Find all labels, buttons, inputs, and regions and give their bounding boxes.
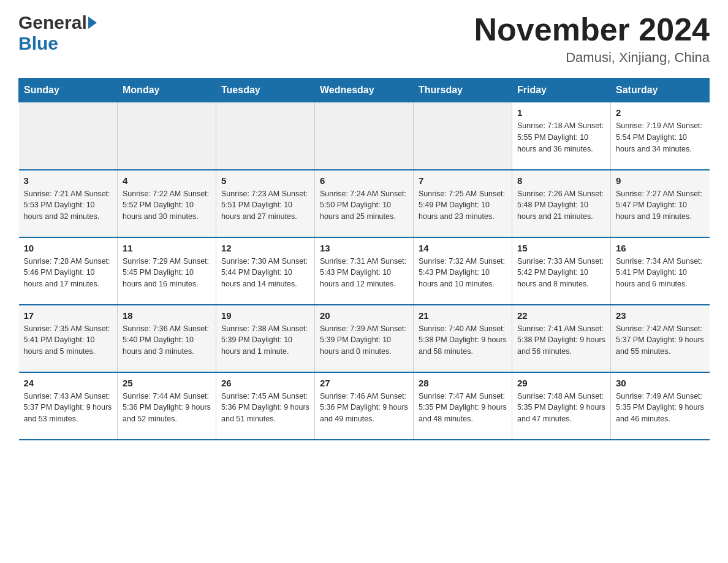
calendar-cell: 14Sunrise: 7:32 AM Sunset: 5:43 PM Dayli… <box>414 237 512 305</box>
weekday-header-sunday: Sunday <box>19 79 118 102</box>
day-info: Sunrise: 7:26 AM Sunset: 5:48 PM Dayligh… <box>517 188 605 223</box>
day-info: Sunrise: 7:28 AM Sunset: 5:46 PM Dayligh… <box>24 256 113 290</box>
day-info: Sunrise: 7:31 AM Sunset: 5:43 PM Dayligh… <box>320 256 408 290</box>
day-number: 5 <box>221 175 309 186</box>
weekday-header-row: SundayMondayTuesdayWednesdayThursdayFrid… <box>19 79 710 102</box>
day-number: 25 <box>123 378 211 388</box>
day-number: 10 <box>24 243 113 253</box>
month-title: November 2024 <box>474 12 710 47</box>
day-info: Sunrise: 7:49 AM Sunset: 5:35 PM Dayligh… <box>616 391 705 425</box>
calendar-cell <box>19 102 118 170</box>
calendar-cell: 10Sunrise: 7:28 AM Sunset: 5:46 PM Dayli… <box>19 237 118 305</box>
calendar-cell: 22Sunrise: 7:41 AM Sunset: 5:38 PM Dayli… <box>512 305 611 372</box>
day-number: 3 <box>24 175 113 186</box>
day-number: 17 <box>24 310 113 321</box>
calendar-cell: 2Sunrise: 7:19 AM Sunset: 5:54 PM Daylig… <box>611 102 710 170</box>
calendar-cell: 12Sunrise: 7:30 AM Sunset: 5:44 PM Dayli… <box>216 237 315 305</box>
day-number: 27 <box>320 378 408 388</box>
calendar-cell: 4Sunrise: 7:22 AM Sunset: 5:52 PM Daylig… <box>118 170 216 237</box>
calendar-cell <box>216 102 315 170</box>
day-info: Sunrise: 7:40 AM Sunset: 5:38 PM Dayligh… <box>419 323 507 358</box>
calendar-cell: 27Sunrise: 7:46 AM Sunset: 5:36 PM Dayli… <box>315 372 414 440</box>
calendar-cell: 1Sunrise: 7:18 AM Sunset: 5:55 PM Daylig… <box>512 102 611 170</box>
day-info: Sunrise: 7:21 AM Sunset: 5:53 PM Dayligh… <box>24 188 113 223</box>
calendar-cell: 25Sunrise: 7:44 AM Sunset: 5:36 PM Dayli… <box>118 372 216 440</box>
calendar-cell: 30Sunrise: 7:49 AM Sunset: 5:35 PM Dayli… <box>611 372 710 440</box>
calendar-cell: 15Sunrise: 7:33 AM Sunset: 5:42 PM Dayli… <box>512 237 611 305</box>
day-number: 16 <box>616 243 705 253</box>
day-info: Sunrise: 7:42 AM Sunset: 5:37 PM Dayligh… <box>616 323 705 358</box>
day-number: 8 <box>517 175 605 186</box>
day-number: 30 <box>616 378 705 388</box>
day-info: Sunrise: 7:19 AM Sunset: 5:54 PM Dayligh… <box>616 120 705 155</box>
day-number: 2 <box>616 107 705 118</box>
weekday-header-tuesday: Tuesday <box>216 79 315 102</box>
day-number: 9 <box>616 175 705 186</box>
day-info: Sunrise: 7:29 AM Sunset: 5:45 PM Dayligh… <box>123 256 211 290</box>
calendar-cell <box>315 102 414 170</box>
day-number: 18 <box>123 310 211 321</box>
day-number: 11 <box>123 243 211 253</box>
day-number: 19 <box>221 310 309 321</box>
day-info: Sunrise: 7:46 AM Sunset: 5:36 PM Dayligh… <box>320 391 408 425</box>
logo-blue-text: Blue <box>18 33 58 54</box>
day-number: 1 <box>517 107 605 118</box>
weekday-header-monday: Monday <box>118 79 216 102</box>
day-info: Sunrise: 7:35 AM Sunset: 5:41 PM Dayligh… <box>24 323 113 358</box>
calendar-cell: 20Sunrise: 7:39 AM Sunset: 5:39 PM Dayli… <box>315 305 414 372</box>
calendar-cell: 3Sunrise: 7:21 AM Sunset: 5:53 PM Daylig… <box>19 170 118 237</box>
day-number: 4 <box>123 175 211 186</box>
day-number: 22 <box>517 310 605 321</box>
day-info: Sunrise: 7:25 AM Sunset: 5:49 PM Dayligh… <box>419 188 507 223</box>
calendar-cell: 26Sunrise: 7:45 AM Sunset: 5:36 PM Dayli… <box>216 372 315 440</box>
calendar-cell: 5Sunrise: 7:23 AM Sunset: 5:51 PM Daylig… <box>216 170 315 237</box>
day-number: 14 <box>419 243 507 253</box>
weekday-header-friday: Friday <box>512 79 611 102</box>
weekday-header-thursday: Thursday <box>414 79 512 102</box>
calendar-table: SundayMondayTuesdayWednesdayThursdayFrid… <box>18 78 710 440</box>
title-area: November 2024 Damusi, Xinjiang, China <box>474 12 710 66</box>
day-info: Sunrise: 7:24 AM Sunset: 5:50 PM Dayligh… <box>320 188 408 223</box>
calendar-cell: 23Sunrise: 7:42 AM Sunset: 5:37 PM Dayli… <box>611 305 710 372</box>
day-info: Sunrise: 7:39 AM Sunset: 5:39 PM Dayligh… <box>320 323 408 358</box>
calendar-cell: 11Sunrise: 7:29 AM Sunset: 5:45 PM Dayli… <box>118 237 216 305</box>
calendar-cell: 13Sunrise: 7:31 AM Sunset: 5:43 PM Dayli… <box>315 237 414 305</box>
calendar-cell <box>118 102 216 170</box>
week-row-4: 17Sunrise: 7:35 AM Sunset: 5:41 PM Dayli… <box>19 305 710 372</box>
calendar-cell: 16Sunrise: 7:34 AM Sunset: 5:41 PM Dayli… <box>611 237 710 305</box>
calendar-cell: 7Sunrise: 7:25 AM Sunset: 5:49 PM Daylig… <box>414 170 512 237</box>
calendar-cell: 21Sunrise: 7:40 AM Sunset: 5:38 PM Dayli… <box>414 305 512 372</box>
logo-general-text: General <box>18 12 87 33</box>
day-info: Sunrise: 7:22 AM Sunset: 5:52 PM Dayligh… <box>123 188 211 223</box>
day-info: Sunrise: 7:27 AM Sunset: 5:47 PM Dayligh… <box>616 188 705 223</box>
week-row-2: 3Sunrise: 7:21 AM Sunset: 5:53 PM Daylig… <box>19 170 710 237</box>
logo-arrow-icon <box>88 17 97 29</box>
day-info: Sunrise: 7:34 AM Sunset: 5:41 PM Dayligh… <box>616 256 705 290</box>
day-number: 13 <box>320 243 408 253</box>
day-info: Sunrise: 7:32 AM Sunset: 5:43 PM Dayligh… <box>419 256 507 290</box>
page-header: General Blue November 2024 Damusi, Xinji… <box>18 12 710 66</box>
calendar-cell: 24Sunrise: 7:43 AM Sunset: 5:37 PM Dayli… <box>19 372 118 440</box>
calendar-cell <box>414 102 512 170</box>
day-number: 29 <box>517 378 605 388</box>
day-info: Sunrise: 7:33 AM Sunset: 5:42 PM Dayligh… <box>517 256 605 290</box>
day-number: 21 <box>419 310 507 321</box>
day-info: Sunrise: 7:30 AM Sunset: 5:44 PM Dayligh… <box>221 256 309 290</box>
calendar-cell: 29Sunrise: 7:48 AM Sunset: 5:35 PM Dayli… <box>512 372 611 440</box>
calendar-cell: 19Sunrise: 7:38 AM Sunset: 5:39 PM Dayli… <box>216 305 315 372</box>
day-number: 26 <box>221 378 309 388</box>
week-row-3: 10Sunrise: 7:28 AM Sunset: 5:46 PM Dayli… <box>19 237 710 305</box>
day-info: Sunrise: 7:23 AM Sunset: 5:51 PM Dayligh… <box>221 188 309 223</box>
day-info: Sunrise: 7:48 AM Sunset: 5:35 PM Dayligh… <box>517 391 605 425</box>
day-number: 20 <box>320 310 408 321</box>
day-info: Sunrise: 7:45 AM Sunset: 5:36 PM Dayligh… <box>221 391 309 425</box>
calendar-cell: 18Sunrise: 7:36 AM Sunset: 5:40 PM Dayli… <box>118 305 216 372</box>
weekday-header-saturday: Saturday <box>611 79 710 102</box>
day-number: 7 <box>419 175 507 186</box>
day-number: 12 <box>221 243 309 253</box>
calendar-cell: 6Sunrise: 7:24 AM Sunset: 5:50 PM Daylig… <box>315 170 414 237</box>
location-text: Damusi, Xinjiang, China <box>474 50 710 66</box>
day-info: Sunrise: 7:18 AM Sunset: 5:55 PM Dayligh… <box>517 120 605 155</box>
day-number: 28 <box>419 378 507 388</box>
day-number: 24 <box>24 378 113 388</box>
